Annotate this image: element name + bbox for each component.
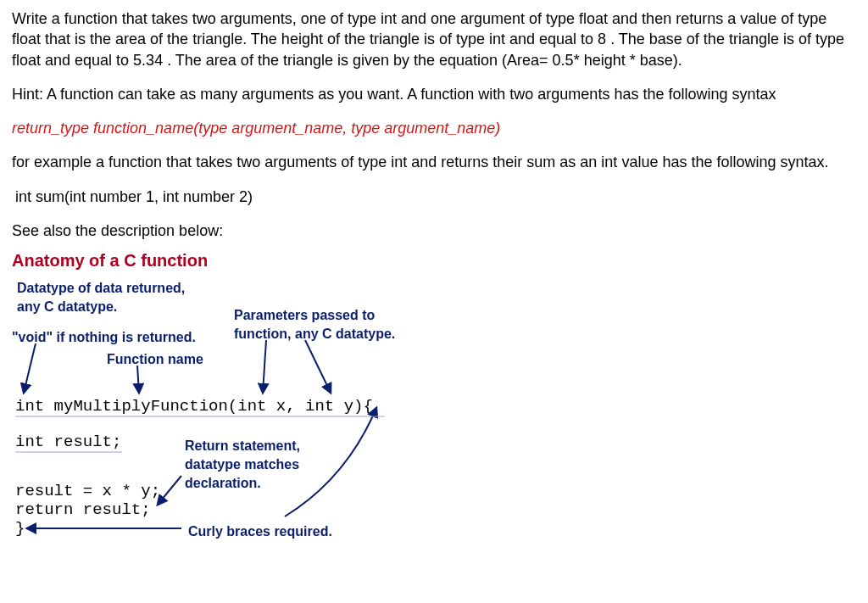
problem-statement: Write a function that takes two argument… bbox=[12, 8, 856, 70]
code-closebrace: } bbox=[15, 518, 25, 540]
code-signature: int myMultiplyFunction(int x, int y){ bbox=[15, 396, 373, 418]
syntax-template: return_type function_name(type argument_… bbox=[12, 118, 856, 138]
svg-line-3 bbox=[305, 340, 331, 393]
anatomy-diagram: Datatype of data returned, any C datatyp… bbox=[12, 279, 843, 550]
example-intro: for example a function that takes two ar… bbox=[12, 152, 856, 172]
hint-intro: Hint: A function can take as many argume… bbox=[12, 84, 856, 104]
svg-line-0 bbox=[24, 343, 36, 393]
label-parameters: Parameters passed to function, any C dat… bbox=[234, 306, 395, 343]
code-return: return result; bbox=[15, 500, 151, 522]
anatomy-title: Anatomy of a C function bbox=[12, 249, 856, 272]
label-datatype: Datatype of data returned, any C datatyp… bbox=[17, 279, 185, 315]
see-also: See also the description below: bbox=[12, 221, 856, 241]
svg-line-1 bbox=[137, 366, 139, 393]
label-curly: Curly braces required. bbox=[188, 522, 332, 541]
label-void: "void" if nothing is returned. bbox=[12, 328, 196, 347]
svg-line-2 bbox=[263, 340, 266, 393]
code-declare: int result; bbox=[15, 432, 121, 454]
example-syntax: int sum(int number 1, int number 2) bbox=[12, 187, 856, 207]
label-return: Return statement, datatype matches decla… bbox=[185, 437, 300, 492]
label-function-name: Function name bbox=[107, 350, 203, 369]
